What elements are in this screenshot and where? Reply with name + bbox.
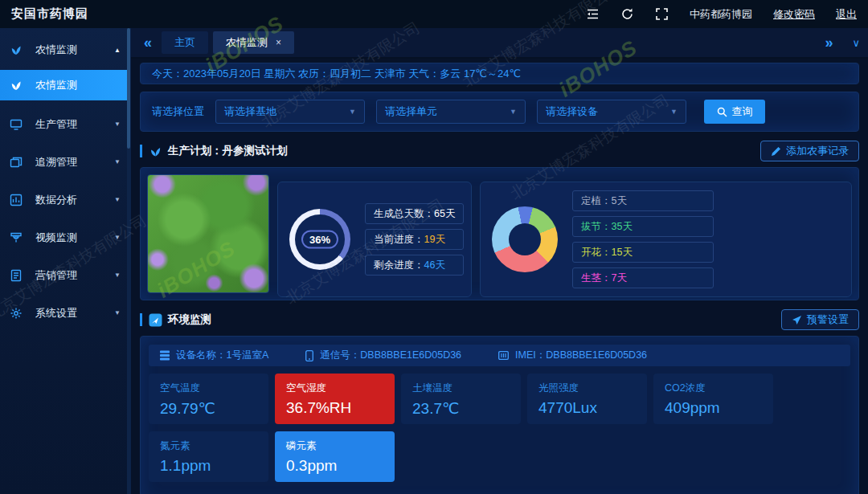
server-icon	[160, 350, 170, 361]
sensor-card-nitrogen[interactable]: 氮元素 1.1ppm	[149, 431, 268, 482]
sidebar-item-settings[interactable]: 系统设置 ▼	[0, 294, 130, 332]
sensor-card-soil-temp[interactable]: 土壤温度 23.7℃	[401, 374, 521, 424]
collapse-menu-icon[interactable]	[586, 7, 600, 21]
chevron-down-icon: ▼	[114, 234, 121, 241]
sensor-card-phosphorus[interactable]: 磷元素 0.3ppm	[275, 431, 395, 482]
app-title: 安国市药博园	[11, 6, 88, 22]
stage-shengjing: 生茎：7天	[572, 267, 714, 288]
change-password-link[interactable]: 修改密码	[773, 7, 815, 22]
stat-current-days: 当前进度：19天	[365, 229, 464, 250]
filter-bar: 请选择位置 请选择基地 ▼ 请选择单元 ▼ 请选择设备 ▼ 查询	[140, 92, 859, 132]
sensor-card-air-temp[interactable]: 空气温度 29.79℃	[149, 374, 268, 424]
sidebar-item-label: 系统设置	[35, 306, 114, 320]
org-name[interactable]: 中药都药博园	[690, 7, 752, 22]
tabs-scroll-right-icon[interactable]: »	[820, 35, 837, 50]
sidebar-item-label: 生产管理	[35, 117, 114, 132]
stages-card: 定植：5天 拔节：35天 开花：15天 生茎：7天	[480, 182, 852, 297]
stage-dingzhi: 定植：5天	[572, 190, 714, 211]
sensor-card-light[interactable]: 光照强度 4770Lux	[527, 374, 647, 424]
progress-percent: 36%	[301, 231, 338, 249]
date-weather-bar: 今天：2023年05月20日 星期六 农历：四月初二 天津市 天气：多云 17℃…	[140, 63, 859, 84]
gear-icon	[10, 307, 23, 320]
refresh-icon[interactable]	[620, 7, 634, 21]
bar-chart-icon	[10, 194, 23, 206]
production-section-title: 生产计划：丹参测试计划	[168, 144, 288, 158]
environment-section-header: 环境监测 预警设置	[140, 308, 859, 331]
phone-icon	[305, 350, 313, 361]
device-name: 设备名称：1号温室A	[160, 349, 268, 362]
stat-remaining-days: 剩余进度：46天	[365, 255, 464, 276]
add-farm-record-button[interactable]: 添加农事记录	[760, 141, 859, 161]
monitor-icon	[10, 118, 23, 131]
sidebar-item-marketing[interactable]: 营销管理 ▼	[0, 256, 130, 294]
chevron-down-icon: ▼	[114, 196, 121, 203]
device-comm-number: 通信号：DBB8BBE1E6D05D36	[305, 349, 461, 362]
leaf-icon	[149, 145, 162, 158]
device-imei: IMEI：DBB8BBE1E6D05D36	[498, 349, 647, 362]
tab-nongqing-active[interactable]: 农情监测 ×	[213, 31, 294, 54]
tab-home[interactable]: 主页	[162, 31, 208, 54]
logout-link[interactable]: 退出	[836, 7, 857, 22]
section-accent-bar	[140, 313, 142, 326]
warning-settings-label: 预警设置	[807, 312, 849, 327]
chevron-down-icon: ▼	[114, 309, 121, 316]
sidebar-item-video[interactable]: 视频监测 ▼	[0, 218, 130, 256]
main-content: 今天：2023年05月20日 星期六 农历：四月初二 天津市 天气：多云 17℃…	[131, 59, 868, 494]
device-info-bar: 设备名称：1号温室A 通信号：DBB8BBE1E6D05D36 IMEI：DBB…	[149, 345, 850, 366]
stage-kaihua: 开花：15天	[572, 242, 714, 263]
seedling-icon	[10, 43, 23, 56]
camera-icon	[10, 231, 23, 244]
sidebar-item-trace[interactable]: 追溯管理 ▼	[0, 143, 130, 181]
sidebar-scrollbar[interactable]	[127, 28, 130, 494]
sim-icon	[498, 350, 509, 361]
sidebar-item-label: 追溯管理	[35, 155, 114, 169]
sidebar-item-analytics[interactable]: 数据分析 ▼	[0, 181, 130, 218]
unit-select-value: 请选择单元	[385, 104, 437, 119]
tab-label: 农情监测	[226, 35, 268, 50]
fullscreen-icon[interactable]	[655, 7, 669, 21]
sensor-row-1: 空气温度 29.79℃ 空气湿度 36.7%RH 土壤温度 23.7℃ 光照强度…	[149, 374, 850, 424]
chevron-down-icon: ▼	[114, 120, 121, 128]
production-section-header: 生产计划：丹参测试计划 添加农事记录	[140, 140, 859, 162]
add-farm-record-label: 添加农事记录	[786, 144, 849, 158]
top-header: 安国市药博园 中药都药博园 修改密码 退出	[0, 0, 868, 28]
tabs-menu-icon[interactable]: ∨	[852, 37, 860, 49]
sidebar-item-label: 数据分析	[35, 193, 114, 207]
pencil-icon	[771, 146, 781, 157]
base-select[interactable]: 请选择基地 ▼	[215, 100, 365, 124]
tab-bar: « 主页 农情监测 × » ∨	[131, 28, 868, 59]
sidebar-item-nongqing-active[interactable]: 农情监测	[0, 70, 130, 100]
chevron-down-icon: ▼	[510, 108, 517, 116]
section-accent-bar	[140, 145, 142, 157]
unit-select[interactable]: 请选择单元 ▼	[376, 100, 526, 124]
close-icon[interactable]: ×	[276, 37, 281, 48]
device-select-value: 请选择设备	[546, 104, 598, 119]
stage-donut-chart	[492, 206, 558, 272]
device-select[interactable]: 请选择设备 ▼	[537, 100, 686, 124]
sidebar-item-nongqing-parent[interactable]: 农情监测 ▲	[0, 35, 130, 65]
sidebar-item-production[interactable]: 生产管理 ▼	[0, 105, 130, 143]
progress-ring-chart: 36%	[289, 209, 350, 270]
chevron-down-icon: ▼	[114, 271, 121, 279]
send-icon	[792, 315, 802, 325]
sidebar-item-label: 视频监测	[35, 231, 114, 245]
env-monitor-icon	[149, 313, 162, 327]
sidebar-item-label: 农情监测	[35, 43, 114, 57]
warning-settings-button[interactable]: 预警设置	[781, 309, 859, 330]
query-button[interactable]: 查询	[704, 100, 765, 124]
chevron-down-icon: ▼	[670, 108, 678, 116]
chevron-down-icon: ▼	[114, 158, 121, 165]
tab-label: 主页	[174, 35, 195, 50]
chevron-down-icon: ▼	[349, 108, 356, 116]
sensor-card-air-humidity[interactable]: 空气湿度 36.7%RH	[275, 374, 395, 424]
production-panel: 产品名称：丹参 品种信息：丹参 种植面积：10亩 所属基地：种植基地 所属单元：…	[140, 167, 859, 300]
environment-panel: 设备名称：1号温室A 通信号：DBB8BBE1E6D05D36 IMEI：DBB…	[140, 336, 859, 494]
stage-bajie: 拔节：35天	[572, 216, 714, 237]
stat-total-days: 生成总天数：65天	[365, 203, 464, 224]
chevron-up-icon: ▲	[114, 47, 121, 54]
environment-section-title: 环境监测	[168, 312, 211, 327]
tabs-scroll-left-icon[interactable]: «	[139, 35, 157, 50]
query-button-label: 查询	[732, 104, 753, 119]
sensor-card-co2[interactable]: CO2浓度 409ppm	[653, 374, 773, 424]
location-label: 请选择位置	[152, 104, 204, 119]
